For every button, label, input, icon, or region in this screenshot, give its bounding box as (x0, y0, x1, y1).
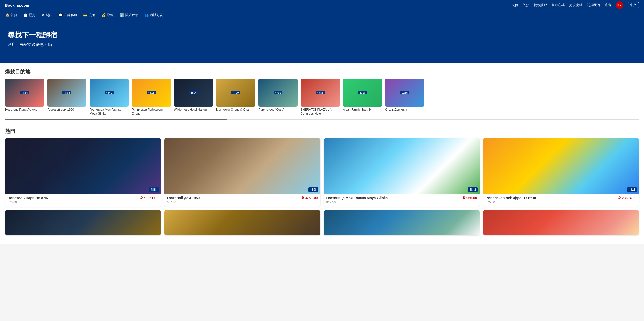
list-item[interactable]: 4804 Wilderness Hotel Nangu (174, 79, 213, 116)
list-item[interactable] (483, 210, 639, 235)
list-item[interactable]: 4791 Парк-отель "Сова" (258, 79, 298, 116)
popular-sub-2: 812.50 (326, 200, 477, 204)
trending-badge-8: 4216 (358, 91, 367, 94)
support-icon: 💬 (58, 13, 63, 17)
trending-name-1: Гостевой дом 1950 (47, 108, 86, 112)
about-icon: ℹ️ (120, 13, 124, 17)
list-item[interactable]: 4884 Новотель Пари Ле Аль (5, 79, 44, 116)
trending-badge-5: 4799 (231, 91, 240, 94)
topnav-account[interactable]: 提款賬戶 (534, 3, 547, 7)
popular-badge-3: 4813 (627, 187, 637, 192)
nav-recharge[interactable]: 💳 充值 (83, 10, 95, 21)
popular-card-row-3: Рипплеков Лейкфронт Отель ₽ 23604.00 (486, 196, 636, 200)
hero-subtitle: 酒店、民宿更多優惠不斷 (8, 42, 636, 47)
nav-start[interactable]: ✕ 開始 (41, 10, 52, 21)
trending-cards-wrapper[interactable]: 4884 Новотель Пари Ле Аль 4868 Гостевой … (5, 79, 639, 118)
popular-badge-2: 4842 (468, 187, 478, 192)
trending-title: 爆款目的地 (5, 68, 639, 75)
trending-name-5: Магнолия Отель & Спа (216, 108, 255, 112)
nav-withdraw[interactable]: 💰 取款 (101, 10, 114, 21)
popular-name-0: Новотель Пари Ле Аль (8, 196, 48, 200)
popular-name-3: Рипплеков Лейкфронт Отель (486, 196, 537, 200)
list-item[interactable]: 4868 Гостевой дом 1950 ₽ 3751.00 637.50 (164, 138, 320, 207)
popular-grid-row2 (5, 210, 639, 235)
trending-name-7: SHERATONPLAZA Ufa - Congress Hotel (301, 108, 340, 116)
nav-support[interactable]: 💬 在線客服 (58, 10, 77, 21)
popular-card-info-2: Гостиница Моя Глинка Moya Glinka ₽ 966.0… (324, 194, 480, 207)
list-item[interactable] (324, 210, 480, 235)
main-content: 爆款目的地 4884 Новотель Пари Ле Аль 4868 Гос… (0, 63, 644, 244)
topnav-withdraw[interactable]: 取款 (523, 3, 529, 7)
nav-recharge-label: 充值 (89, 13, 95, 17)
popular-card-info-0: Новотель Пари Ле Аль ₽ 53061.00 575.00 (5, 194, 161, 207)
scroll-indicator (5, 119, 639, 120)
popular-card-row-1: Гостевой дом 1950 ₽ 3751.00 (167, 196, 318, 200)
nav-withdraw-label: 取款 (107, 13, 114, 17)
list-item[interactable]: 4216 Alean Family Sputnik (343, 79, 382, 116)
list-item[interactable]: 4785 SHERATONPLAZA Ufa - Congress Hotel (301, 79, 340, 116)
nav-about-label: 關於我們 (125, 13, 138, 17)
start-icon: ✕ (41, 13, 45, 17)
trending-badge-0: 4884 (20, 91, 29, 94)
topnav-logout[interactable]: 退出 (605, 3, 611, 7)
hero-banner: 尋找下一程歸宿 酒店、民宿更多優惠不斷 (0, 20, 644, 63)
popular-price-3: ₽ 23604.00 (618, 196, 636, 200)
list-item[interactable] (5, 210, 161, 235)
nav-about[interactable]: ℹ️ 關於我們 (120, 10, 138, 21)
trending-name-8: Alean Family Sputnik (343, 108, 382, 112)
trending-badge-1: 4868 (62, 91, 71, 94)
nav-invite[interactable]: 👥 邀請好友 (144, 10, 163, 21)
withdraw-icon: 💰 (101, 13, 106, 17)
nav-start-label: 開始 (46, 13, 52, 17)
popular-badge-1: 4868 (308, 187, 318, 192)
list-item[interactable]: 4884 Новотель Пари Ле Аль ₽ 53061.00 575… (5, 138, 161, 207)
nav-support-label: 在線客服 (64, 13, 77, 17)
trending-name-3: Рипплеков Лейкфронт Отель (132, 108, 171, 116)
nav-invite-label: 邀請好友 (150, 13, 163, 17)
top-nav-links: 充值 取款 提款賬戶 登錄密碼 提現密碼 關於我們 退出 Ea 中文 (512, 1, 639, 9)
popular-sub-3: 875.00 (486, 200, 636, 204)
trending-name-2: Гостиница Моя Глинка Moya Glinka (90, 108, 129, 116)
topnav-about[interactable]: 關於我們 (587, 3, 600, 7)
list-item[interactable]: 4813 Рипплеков Лейкфронт Отель ₽ 23604.0… (483, 138, 639, 207)
recharge-icon: 💳 (83, 13, 87, 17)
list-item[interactable]: 2235 Отель Доминик (385, 79, 424, 116)
site-logo[interactable]: Booking.com (5, 3, 29, 7)
list-item[interactable]: 4799 Магнолия Отель & Спа (216, 79, 255, 116)
popular-name-2: Гостиница Моя Глинка Moya Glinka (326, 196, 388, 200)
list-item[interactable]: 4842 Гостиница Моя Глинка Moya Glinka ₽ … (324, 138, 480, 207)
history-icon: 📋 (23, 13, 28, 17)
popular-card-info-3: Рипплеков Лейкфронт Отель ₽ 23604.00 875… (483, 194, 639, 207)
topnav-password[interactable]: 登錄密碼 (551, 3, 565, 7)
topnav-withdraw-password[interactable]: 提現密碼 (569, 3, 582, 7)
nav-home-label: 首頁 (11, 13, 17, 17)
popular-title: 熱門 (5, 128, 639, 135)
trending-badge-3: 4813 (147, 91, 156, 94)
list-item[interactable]: 4842 Гостиница Моя Глинка Moya Glinka (90, 79, 129, 116)
language-button[interactable]: 中文 (628, 2, 639, 8)
invite-icon: 👥 (144, 13, 149, 17)
trending-badge-6: 4791 (274, 91, 282, 94)
popular-section: 熱門 4884 Новотель Пари Ле Аль ₽ 53061.00 … (5, 128, 639, 235)
list-item[interactable]: 4813 Рипплеков Лейкфронт Отель (132, 79, 171, 116)
second-navigation: 🏠 首頁 📋 歷史 ✕ 開始 💬 在線客服 💳 充值 💰 取款 ℹ️ 關於我們 … (0, 10, 644, 20)
trending-badge-7: 4785 (316, 91, 324, 94)
trending-name-0: Новотель Пари Ле Аль (5, 108, 44, 112)
list-item[interactable]: 4868 Гостевой дом 1950 (47, 79, 86, 116)
popular-name-1: Гостевой дом 1950 (167, 196, 200, 200)
popular-price-0: ₽ 53061.00 (140, 196, 158, 200)
trending-name-9: Отель Доминик (385, 108, 424, 112)
trending-name-4: Wilderness Hotel Nangu (174, 108, 213, 112)
top-navigation: Booking.com 充值 取款 提款賬戶 登錄密碼 提現密碼 關於我們 退出… (0, 0, 644, 10)
popular-price-1: ₽ 3751.00 (302, 196, 318, 200)
popular-badge-0: 4884 (149, 187, 159, 192)
popular-sub-0: 575.00 (8, 200, 158, 204)
trending-badge-2: 4842 (105, 91, 113, 94)
trending-section: 爆款目的地 4884 Новотель Пари Ле Аль 4868 Гос… (5, 68, 639, 120)
nav-history[interactable]: 📋 歷史 (23, 10, 35, 21)
topnav-recharge[interactable]: 充值 (512, 3, 518, 7)
user-avatar[interactable]: Ea (616, 1, 623, 9)
popular-sub-1: 637.50 (167, 200, 318, 204)
list-item[interactable] (164, 210, 320, 235)
nav-home[interactable]: 🏠 首頁 (5, 10, 17, 21)
